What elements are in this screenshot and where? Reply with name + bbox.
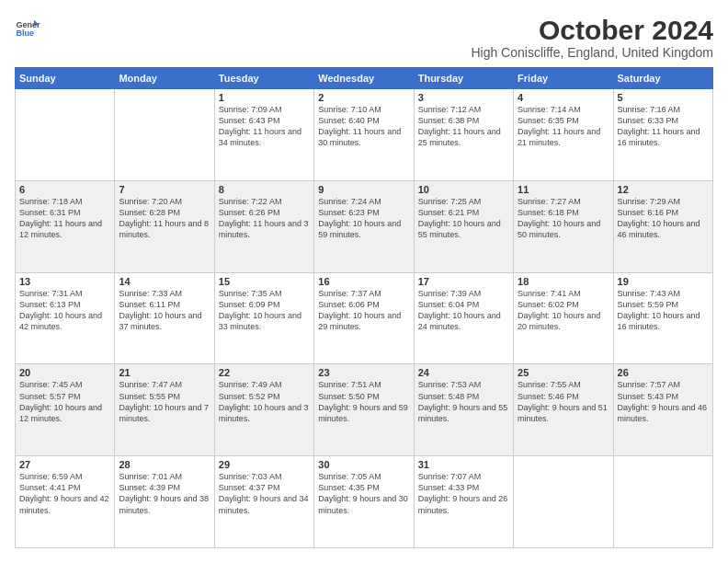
svg-text:Blue: Blue bbox=[16, 29, 34, 38]
header-tuesday: Tuesday bbox=[214, 68, 313, 89]
calendar-cell-w3-d6: 18Sunrise: 7:41 AM Sunset: 6:02 PM Dayli… bbox=[514, 272, 613, 364]
day-info: Sunrise: 7:33 AM Sunset: 6:11 PM Dayligh… bbox=[119, 288, 210, 333]
day-number: 31 bbox=[418, 459, 509, 470]
calendar-cell-w1-d7: 5Sunrise: 7:16 AM Sunset: 6:33 PM Daylig… bbox=[613, 89, 712, 181]
day-info: Sunrise: 7:41 AM Sunset: 6:02 PM Dayligh… bbox=[518, 288, 609, 333]
calendar-cell-w5-d1: 27Sunrise: 6:59 AM Sunset: 4:41 PM Dayli… bbox=[16, 456, 115, 548]
calendar-week-4: 20Sunrise: 7:45 AM Sunset: 5:57 PM Dayli… bbox=[16, 364, 713, 456]
day-info: Sunrise: 7:35 AM Sunset: 6:09 PM Dayligh… bbox=[219, 288, 310, 333]
day-info: Sunrise: 7:31 AM Sunset: 6:13 PM Dayligh… bbox=[19, 288, 110, 333]
day-number: 4 bbox=[518, 92, 609, 103]
day-info: Sunrise: 7:57 AM Sunset: 5:43 PM Dayligh… bbox=[618, 379, 709, 424]
day-info: Sunrise: 7:29 AM Sunset: 6:16 PM Dayligh… bbox=[618, 196, 709, 241]
day-info: Sunrise: 7:10 AM Sunset: 6:40 PM Dayligh… bbox=[318, 104, 409, 149]
calendar-cell-w5-d2: 28Sunrise: 7:01 AM Sunset: 4:39 PM Dayli… bbox=[115, 456, 214, 548]
calendar-week-1: 1Sunrise: 7:09 AM Sunset: 6:43 PM Daylig… bbox=[16, 89, 713, 181]
day-number: 6 bbox=[19, 184, 110, 195]
calendar-cell-w4-d1: 20Sunrise: 7:45 AM Sunset: 5:57 PM Dayli… bbox=[16, 364, 115, 456]
day-info: Sunrise: 7:09 AM Sunset: 6:43 PM Dayligh… bbox=[219, 104, 310, 149]
day-info: Sunrise: 7:53 AM Sunset: 5:48 PM Dayligh… bbox=[418, 379, 509, 424]
calendar-cell-w3-d5: 17Sunrise: 7:39 AM Sunset: 6:04 PM Dayli… bbox=[414, 272, 513, 364]
page-header: General Blue October 2024 High Conisclif… bbox=[15, 15, 713, 60]
calendar-cell-w5-d5: 31Sunrise: 7:07 AM Sunset: 4:33 PM Dayli… bbox=[414, 456, 513, 548]
day-number: 22 bbox=[219, 367, 310, 378]
day-number: 12 bbox=[618, 184, 709, 195]
day-info: Sunrise: 7:22 AM Sunset: 6:26 PM Dayligh… bbox=[219, 196, 310, 241]
calendar-cell-w3-d3: 15Sunrise: 7:35 AM Sunset: 6:09 PM Dayli… bbox=[214, 272, 313, 364]
day-number: 7 bbox=[119, 184, 210, 195]
calendar-week-5: 27Sunrise: 6:59 AM Sunset: 4:41 PM Dayli… bbox=[16, 456, 713, 548]
calendar-week-3: 13Sunrise: 7:31 AM Sunset: 6:13 PM Dayli… bbox=[16, 272, 713, 364]
day-number: 14 bbox=[119, 276, 210, 287]
day-info: Sunrise: 7:16 AM Sunset: 6:33 PM Dayligh… bbox=[618, 104, 709, 149]
day-info: Sunrise: 7:43 AM Sunset: 5:59 PM Dayligh… bbox=[618, 288, 709, 333]
calendar-header-row: Sunday Monday Tuesday Wednesday Thursday… bbox=[16, 68, 713, 89]
header-saturday: Saturday bbox=[613, 68, 712, 89]
logo: General Blue bbox=[15, 15, 40, 40]
day-number: 11 bbox=[518, 184, 609, 195]
day-info: Sunrise: 7:39 AM Sunset: 6:04 PM Dayligh… bbox=[418, 288, 509, 333]
day-number: 1 bbox=[219, 92, 310, 103]
day-info: Sunrise: 7:20 AM Sunset: 6:28 PM Dayligh… bbox=[119, 196, 210, 241]
day-number: 29 bbox=[219, 459, 310, 470]
day-info: Sunrise: 7:47 AM Sunset: 5:55 PM Dayligh… bbox=[119, 379, 210, 424]
day-info: Sunrise: 7:45 AM Sunset: 5:57 PM Dayligh… bbox=[19, 379, 110, 424]
calendar-cell-w2-d6: 11Sunrise: 7:27 AM Sunset: 6:18 PM Dayli… bbox=[514, 180, 613, 272]
day-number: 30 bbox=[318, 459, 409, 470]
calendar-cell-w1-d1 bbox=[16, 89, 115, 181]
header-sunday: Sunday bbox=[16, 68, 115, 89]
calendar-cell-w1-d4: 2Sunrise: 7:10 AM Sunset: 6:40 PM Daylig… bbox=[314, 89, 414, 181]
calendar-cell-w5-d7 bbox=[613, 456, 712, 548]
day-number: 13 bbox=[19, 276, 110, 287]
day-number: 20 bbox=[19, 367, 110, 378]
day-info: Sunrise: 7:12 AM Sunset: 6:38 PM Dayligh… bbox=[418, 104, 509, 149]
day-number: 10 bbox=[418, 184, 509, 195]
calendar-cell-w4-d5: 24Sunrise: 7:53 AM Sunset: 5:48 PM Dayli… bbox=[414, 364, 513, 456]
header-wednesday: Wednesday bbox=[314, 68, 414, 89]
day-number: 24 bbox=[418, 367, 509, 378]
calendar-cell-w4-d7: 26Sunrise: 7:57 AM Sunset: 5:43 PM Dayli… bbox=[613, 364, 712, 456]
calendar-cell-w4-d2: 21Sunrise: 7:47 AM Sunset: 5:55 PM Dayli… bbox=[115, 364, 214, 456]
calendar-cell-w2-d2: 7Sunrise: 7:20 AM Sunset: 6:28 PM Daylig… bbox=[115, 180, 214, 272]
header-monday: Monday bbox=[115, 68, 214, 89]
calendar-week-2: 6Sunrise: 7:18 AM Sunset: 6:31 PM Daylig… bbox=[16, 180, 713, 272]
calendar-cell-w5-d6 bbox=[514, 456, 613, 548]
calendar-cell-w2-d1: 6Sunrise: 7:18 AM Sunset: 6:31 PM Daylig… bbox=[16, 180, 115, 272]
day-info: Sunrise: 7:01 AM Sunset: 4:39 PM Dayligh… bbox=[119, 471, 210, 516]
day-number: 19 bbox=[618, 276, 709, 287]
day-info: Sunrise: 7:27 AM Sunset: 6:18 PM Dayligh… bbox=[518, 196, 609, 241]
day-number: 25 bbox=[518, 367, 609, 378]
day-number: 16 bbox=[318, 276, 409, 287]
day-number: 9 bbox=[318, 184, 409, 195]
day-info: Sunrise: 7:55 AM Sunset: 5:46 PM Dayligh… bbox=[518, 379, 609, 424]
day-number: 28 bbox=[119, 459, 210, 470]
day-info: Sunrise: 7:51 AM Sunset: 5:50 PM Dayligh… bbox=[318, 379, 409, 424]
day-number: 8 bbox=[219, 184, 310, 195]
calendar-cell-w1-d3: 1Sunrise: 7:09 AM Sunset: 6:43 PM Daylig… bbox=[214, 89, 313, 181]
calendar-cell-w1-d2 bbox=[115, 89, 214, 181]
calendar-cell-w3-d4: 16Sunrise: 7:37 AM Sunset: 6:06 PM Dayli… bbox=[314, 272, 414, 364]
calendar-cell-w4-d3: 22Sunrise: 7:49 AM Sunset: 5:52 PM Dayli… bbox=[214, 364, 313, 456]
title-block: October 2024 High Coniscliffe, England, … bbox=[471, 15, 713, 60]
calendar-cell-w2-d5: 10Sunrise: 7:25 AM Sunset: 6:21 PM Dayli… bbox=[414, 180, 513, 272]
location: High Coniscliffe, England, United Kingdo… bbox=[471, 45, 713, 60]
calendar-cell-w2-d4: 9Sunrise: 7:24 AM Sunset: 6:23 PM Daylig… bbox=[314, 180, 414, 272]
calendar-cell-w1-d5: 3Sunrise: 7:12 AM Sunset: 6:38 PM Daylig… bbox=[414, 89, 513, 181]
day-number: 3 bbox=[418, 92, 509, 103]
calendar-cell-w2-d3: 8Sunrise: 7:22 AM Sunset: 6:26 PM Daylig… bbox=[214, 180, 313, 272]
header-thursday: Thursday bbox=[414, 68, 513, 89]
day-number: 23 bbox=[318, 367, 409, 378]
calendar-table: Sunday Monday Tuesday Wednesday Thursday… bbox=[15, 67, 713, 548]
day-info: Sunrise: 6:59 AM Sunset: 4:41 PM Dayligh… bbox=[19, 471, 110, 516]
header-friday: Friday bbox=[514, 68, 613, 89]
day-info: Sunrise: 7:24 AM Sunset: 6:23 PM Dayligh… bbox=[318, 196, 409, 241]
day-info: Sunrise: 7:07 AM Sunset: 4:33 PM Dayligh… bbox=[418, 471, 509, 516]
day-info: Sunrise: 7:25 AM Sunset: 6:21 PM Dayligh… bbox=[418, 196, 509, 241]
calendar-cell-w5-d3: 29Sunrise: 7:03 AM Sunset: 4:37 PM Dayli… bbox=[214, 456, 313, 548]
day-info: Sunrise: 7:18 AM Sunset: 6:31 PM Dayligh… bbox=[19, 196, 110, 241]
day-info: Sunrise: 7:49 AM Sunset: 5:52 PM Dayligh… bbox=[219, 379, 310, 424]
day-info: Sunrise: 7:14 AM Sunset: 6:35 PM Dayligh… bbox=[518, 104, 609, 149]
day-number: 21 bbox=[119, 367, 210, 378]
day-number: 18 bbox=[518, 276, 609, 287]
day-number: 27 bbox=[19, 459, 110, 470]
